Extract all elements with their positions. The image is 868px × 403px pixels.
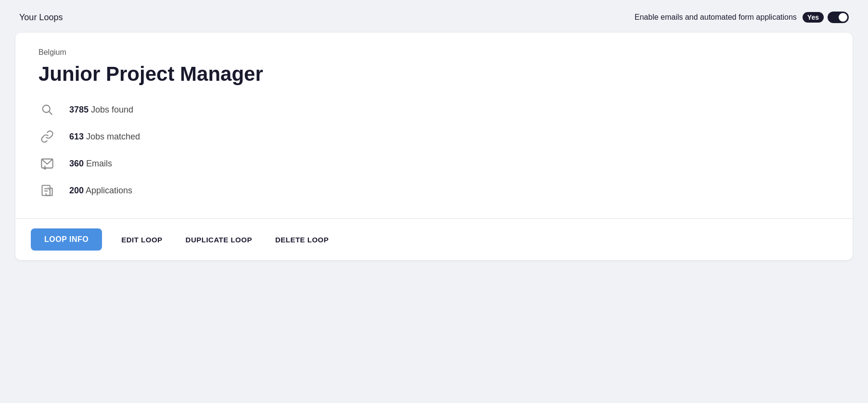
stat-applications-text: 200 Applications [69,186,132,196]
stat-jobs-matched: 613 Jobs matched [38,128,830,145]
top-bar: Your Loops Enable emails and automated f… [15,12,853,33]
link-icon [38,128,56,145]
stat-emails-text: 360 Emails [69,159,112,169]
stat-applications-label: Applications [86,186,132,195]
page-wrapper: Your Loops Enable emails and automated f… [0,0,868,403]
toggle-label: Enable emails and automated form applica… [635,13,797,22]
delete-loop-button[interactable]: DELETE LOOP [271,229,332,251]
duplicate-loop-button[interactable]: DUPLICATE LOOP [182,229,256,251]
email-icon [38,155,56,172]
stat-emails-label: Emails [86,159,112,168]
toggle-badge: Yes [803,12,824,23]
stat-jobs-matched-text: 613 Jobs matched [69,132,140,142]
stats-list: 3785 Jobs found 613 Jobs matched [38,101,830,199]
application-icon [38,182,56,199]
link-svg [40,130,54,143]
stat-jobs-found-text: 3785 Jobs found [69,105,133,115]
loop-info-button[interactable]: LOOP INFO [31,228,102,251]
stat-emails-count: 360 [69,159,84,168]
card-title: Junior Project Manager [38,63,830,86]
stat-applications-count: 200 [69,186,84,195]
stat-jobs-matched-label: Jobs matched [86,132,140,141]
search-svg [40,103,54,116]
stat-jobs-matched-count: 613 [69,132,84,141]
email-svg [40,157,54,170]
stat-jobs-found-label: Jobs found [91,105,133,114]
page-title: Your Loops [19,13,63,23]
toggle-container[interactable]: Yes [803,12,849,23]
stat-jobs-found: 3785 Jobs found [38,101,830,118]
svg-point-0 [43,105,50,113]
svg-line-1 [49,112,52,114]
edit-loop-button[interactable]: EDIT LOOP [117,229,166,251]
stat-jobs-found-count: 3785 [69,105,89,114]
header-right: Enable emails and automated form applica… [635,12,849,23]
email-toggle[interactable] [828,12,849,23]
card-body: Belgium Junior Project Manager 3785 Jobs… [15,33,853,218]
card-footer: LOOP INFO EDIT LOOP DUPLICATE LOOP DELET… [15,218,853,260]
card-region: Belgium [38,48,830,57]
application-svg [40,184,54,197]
stat-applications: 200 Applications [38,182,830,199]
stat-emails: 360 Emails [38,155,830,172]
search-icon [38,101,56,118]
loop-card: Belgium Junior Project Manager 3785 Jobs… [15,33,853,260]
